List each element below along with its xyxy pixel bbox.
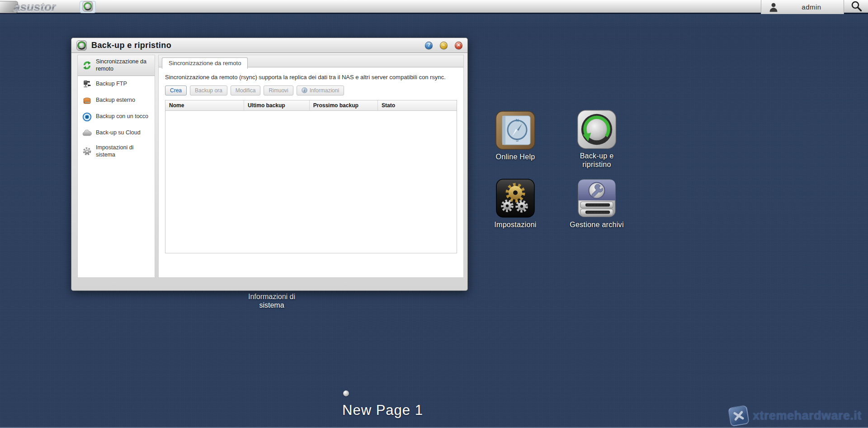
table-body-empty [165, 111, 457, 253]
one-touch-icon [82, 112, 92, 122]
watermark-text: xtremehardware.it [753, 409, 862, 423]
remote-sync-icon [82, 61, 92, 71]
cloud-icon [82, 128, 92, 138]
window-sidebar: Sincronizzazione da remoto Backup [77, 55, 155, 278]
desktop-icon-backup-restore[interactable]: Back-up e ripristino [569, 109, 625, 169]
sidebar-item-external-backup[interactable]: Backup esterno [78, 92, 155, 109]
minimize-button[interactable]: − [440, 42, 448, 49]
column-header-ultimo-backup[interactable]: Ultimo backup [244, 100, 310, 111]
close-button[interactable]: ✕ [455, 42, 462, 49]
information-button: i Informazioni [297, 86, 344, 95]
remove-button: Rimuovi [264, 86, 293, 95]
desktop-background: asustor admin [0, 0, 868, 428]
desktop-icon-label: Impostazioni [494, 221, 536, 229]
description-text: Sincronizzazione da remoto (rsync) suppo… [159, 67, 463, 81]
storage-manager-icon [576, 178, 617, 219]
sidebar-item-ftp-backup[interactable]: Backup FTP [78, 76, 155, 92]
online-help-icon: N S [495, 110, 536, 151]
help-button[interactable]: ? [425, 42, 433, 49]
column-header-prossimo-backup[interactable]: Prossimo backup [310, 100, 378, 111]
edit-button: Modifica [231, 86, 261, 95]
info-icon: i [302, 87, 307, 93]
create-button[interactable]: Crea [165, 86, 187, 95]
gear-icon [82, 147, 92, 157]
person-icon [768, 1, 779, 13]
tab-remote-sync[interactable]: Sincronizzazione da remoto [162, 57, 248, 69]
backup-restore-window: Back-up e ripristino ? − ✕ Si [71, 38, 468, 291]
desktop-icon-system-information-label[interactable]: Informazioni di sistema [244, 293, 299, 310]
window-body: Sincronizzazione da remoto Backup [71, 53, 467, 278]
desktop-icon-label: Back-up e ripristino [569, 152, 625, 169]
backup-jobs-table: Nome Ultimo backup Prossimo backup Stato [165, 100, 457, 253]
sidebar-item-cloud-backup[interactable]: Back-up su Cloud [78, 125, 155, 141]
sidebar-item-label: Backup esterno [96, 97, 135, 104]
sidebar-item-label: Sincronizzazione da remoto [96, 58, 152, 72]
toolbar: Crea Backup ora Modifica Rimuovi i Infor… [159, 81, 463, 95]
search-button[interactable] [849, 1, 863, 13]
site-watermark: xtremehardware.it [729, 406, 862, 425]
information-button-label: Informazioni [310, 87, 339, 94]
tab-strip: Sincronizzazione da remoto [159, 55, 463, 67]
user-menu-button[interactable]: admin [761, 0, 844, 14]
bullet-dot [343, 390, 349, 396]
backup-now-button: Backup ora [190, 86, 227, 95]
sidebar-item-one-touch-backup[interactable]: Backup con un tocco [78, 109, 155, 125]
backup-restore-icon [82, 1, 93, 14]
desktop-icon-storage-manager[interactable]: Gestione archivi [569, 178, 625, 229]
taskbar-active-app[interactable] [80, 1, 96, 13]
window-title: Back-up e ripristino [91, 41, 418, 50]
page-title: New Page 1 [342, 402, 423, 418]
user-name: admin [779, 3, 844, 11]
desktop-icon-online-help[interactable]: N S Online Help [487, 110, 543, 162]
desktop-icon-label: Gestione archivi [570, 221, 624, 229]
svg-text:S: S [516, 138, 519, 143]
desktop-icon-label: Online Help [496, 153, 535, 162]
sidebar-item-label: Backup FTP [96, 81, 127, 88]
svg-text:N: N [516, 118, 519, 123]
xtremehardware-logo-icon [728, 405, 750, 427]
search-icon [850, 0, 863, 14]
desktop-icon-settings[interactable]: Impostazioni [487, 178, 543, 229]
sidebar-item-label: Backup con un tocco [96, 113, 148, 120]
sidebar-item-system-settings[interactable]: Impostazioni di sistema [78, 141, 155, 162]
column-header-stato[interactable]: Stato [378, 100, 457, 111]
ftp-backup-icon [82, 79, 92, 89]
table-header-row: Nome Ultimo backup Prossimo backup Stato [165, 100, 457, 111]
sidebar-item-label: Back-up su Cloud [96, 129, 141, 137]
column-header-nome[interactable]: Nome [165, 100, 244, 111]
sidebar-item-remote-sync[interactable]: Sincronizzazione da remoto [78, 55, 155, 76]
external-drive-icon [82, 95, 92, 105]
sidebar-item-label: Impostazioni di sistema [96, 144, 152, 158]
settings-icon [495, 178, 536, 219]
asustor-logo: asustor [14, 0, 56, 14]
top-taskbar: asustor admin [0, 0, 868, 14]
backup-restore-icon [576, 109, 617, 150]
window-app-icon backup-restore-icon [76, 40, 87, 51]
window-titlebar[interactable]: Back-up e ripristino ? − ✕ [71, 38, 467, 53]
window-content: Sincronizzazione da remoto Sincronizzazi… [158, 55, 464, 278]
